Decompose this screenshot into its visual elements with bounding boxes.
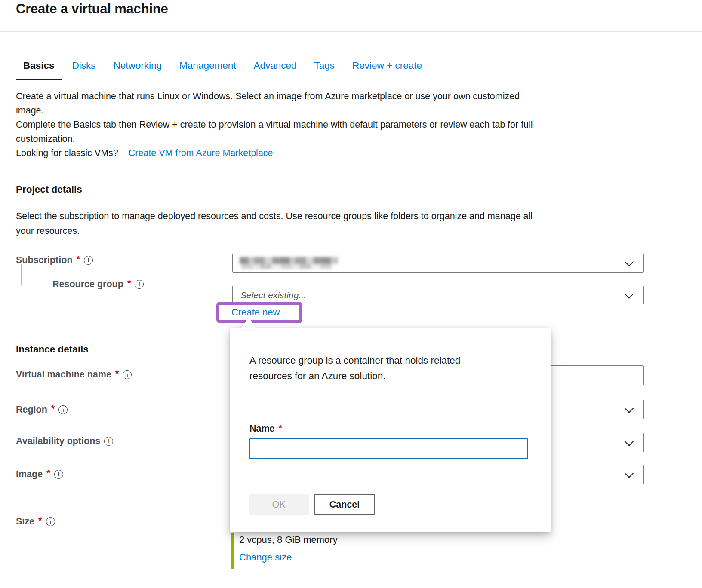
- required-marker: *: [51, 403, 55, 414]
- info-icon[interactable]: i: [54, 470, 63, 479]
- intro-line: Complete the Basics tab then Review + cr…: [16, 118, 533, 132]
- intro-text: Create a virtual machine that runs Linux…: [16, 89, 533, 160]
- chevron-down-icon: [625, 257, 634, 266]
- tab-advanced[interactable]: Advanced: [246, 54, 304, 80]
- intro-line: image.: [16, 104, 533, 118]
- project-details-description: Select the subscription to manage deploy…: [16, 209, 533, 238]
- create-vm-marketplace-link[interactable]: Create VM from Azure Marketplace: [129, 146, 273, 160]
- size-summary: 2 vcpus, 8 GiB memory: [239, 534, 338, 545]
- tab-networking[interactable]: Networking: [106, 54, 169, 80]
- flyout-name-label: Name *: [249, 423, 282, 435]
- cancel-button[interactable]: Cancel: [314, 494, 375, 515]
- flyout-footer-divider: [230, 482, 551, 482]
- create-vm-page: Create a virtual machine Basics Disks Ne…: [0, 0, 702, 588]
- intro-line: Create a virtual machine that runs Linux…: [16, 89, 533, 104]
- resource-group-name-input[interactable]: [249, 438, 528, 459]
- info-icon[interactable]: i: [84, 256, 93, 265]
- hierarchy-connector: [21, 285, 47, 285]
- image-label: Image * i: [16, 469, 63, 480]
- chevron-down-icon: [625, 404, 634, 413]
- tab-management[interactable]: Management: [172, 54, 243, 80]
- required-marker: *: [38, 515, 42, 526]
- size-label: Size * i: [16, 516, 55, 527]
- tab-review-create[interactable]: Review + create: [345, 54, 429, 80]
- info-icon[interactable]: i: [46, 517, 55, 526]
- header-divider: [0, 31, 702, 32]
- create-new-resource-group-link[interactable]: Create new: [231, 307, 280, 318]
- size-accent-bar: [231, 533, 234, 569]
- redacted-subscription-value: [240, 257, 338, 270]
- tab-disks[interactable]: Disks: [65, 54, 103, 80]
- change-size-link[interactable]: Change size: [239, 552, 292, 563]
- flyout-caret: [240, 317, 257, 329]
- instance-details-heading: Instance details: [16, 344, 89, 355]
- tab-tags[interactable]: Tags: [307, 54, 342, 80]
- chevron-down-icon: [625, 289, 634, 298]
- required-marker: *: [115, 368, 119, 379]
- required-marker: *: [46, 468, 50, 479]
- info-icon[interactable]: i: [104, 437, 113, 446]
- flyout-description: A resource group is a container that hol…: [249, 353, 460, 384]
- vm-name-label: Virtual machine name * i: [16, 369, 132, 380]
- info-icon[interactable]: i: [58, 405, 68, 414]
- intro-line: customization.: [16, 132, 533, 146]
- required-marker: *: [279, 423, 283, 434]
- subscription-label: Subscription * i: [16, 254, 93, 266]
- resource-group-placeholder: Select existing...: [240, 290, 306, 300]
- tab-basics[interactable]: Basics: [16, 54, 62, 80]
- required-marker: *: [127, 278, 131, 289]
- info-icon[interactable]: i: [123, 370, 132, 379]
- chevron-down-icon: [625, 437, 634, 446]
- ok-button[interactable]: OK: [249, 494, 309, 515]
- region-label: Region * i: [16, 404, 68, 415]
- page-title: Create a virtual machine: [16, 1, 168, 17]
- resource-group-label: Resource group * i: [52, 279, 144, 290]
- availability-options-label: Availability options i: [16, 436, 113, 447]
- project-details-heading: Project details: [16, 184, 82, 195]
- chevron-down-icon: [625, 469, 634, 478]
- info-icon[interactable]: i: [135, 280, 144, 289]
- required-marker: *: [76, 254, 80, 265]
- subscription-dropdown[interactable]: [232, 254, 644, 273]
- classic-vms-prompt: Looking for classic VMs?: [16, 146, 118, 160]
- tab-bar: Basics Disks Networking Management Advan…: [16, 54, 686, 80]
- hierarchy-connector: [21, 264, 22, 285]
